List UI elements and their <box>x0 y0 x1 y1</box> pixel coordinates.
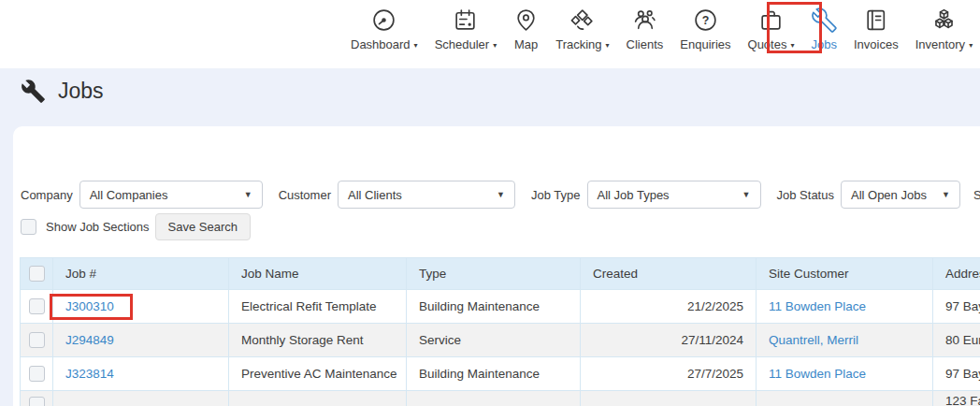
nav-item-scheduler[interactable]: Scheduler ▾ <box>426 7 506 51</box>
col-header-site-customer[interactable]: Site Customer <box>757 258 933 290</box>
address-cell: 97 Bayf <box>933 357 980 391</box>
site-customer-link[interactable]: 11 Bowden Place <box>769 367 866 381</box>
nav-item-icon-slot <box>758 7 784 34</box>
row-checkbox-cell <box>21 324 53 357</box>
filter-row: Company All Companies ▼ Customer All Cli… <box>21 181 980 209</box>
jobs-card: Company All Companies ▼ Customer All Cli… <box>13 126 980 406</box>
table-row: 123 Fake <box>21 391 980 406</box>
chevron-down-icon: ▾ <box>606 42 610 50</box>
inventory-cubes-icon <box>931 7 957 33</box>
nav-item-map[interactable]: Map <box>505 7 547 51</box>
site-customer-cell: 11 Bowden Place <box>757 290 933 324</box>
nav-item-icon-slot <box>812 7 837 34</box>
save-search-button[interactable]: Save Search <box>155 213 251 240</box>
nav-item-icon-slot <box>513 7 539 34</box>
created-cell: 27/11/2024 <box>581 324 757 357</box>
nav-item-tracking[interactable]: Tracking ▾ <box>547 7 617 51</box>
col-header-address[interactable]: Address <box>933 258 980 290</box>
nav-item-icon-slot <box>632 7 657 34</box>
dashboard-icon <box>371 7 396 33</box>
job-name-cell <box>229 391 407 406</box>
col-header-type[interactable]: Type <box>407 258 581 290</box>
customer-select[interactable]: All Clients ▼ <box>338 181 515 209</box>
jobs-wrench-title-icon <box>21 79 46 104</box>
nav-item-label: Tracking <box>555 37 601 51</box>
site-customer-cell <box>757 391 933 406</box>
col-header-job-number[interactable]: Job # <box>53 258 229 290</box>
job-number-cell: J294849 <box>53 324 229 357</box>
show-job-sections-checkbox[interactable] <box>21 219 36 235</box>
chevron-down-icon: ▾ <box>790 42 794 50</box>
clients-icon <box>632 7 657 33</box>
map-pin-icon <box>513 7 539 33</box>
site-customer-link[interactable]: Quantrell, Merril <box>769 333 858 347</box>
nav-item-invoices[interactable]: Invoices <box>845 7 907 51</box>
nav-item-quotes[interactable]: Quotes ▾ <box>740 7 803 51</box>
site-customer-cell: 11 Bowden Place <box>757 357 933 391</box>
nav-item-clients[interactable]: Clients <box>618 7 672 51</box>
row-checkbox[interactable] <box>29 397 45 406</box>
chevron-down-icon: ▾ <box>493 42 497 50</box>
secondary-status-filter-label: Seconda <box>973 188 980 202</box>
type-cell: Building Maintenance <box>407 290 581 324</box>
created-cell: 21/2/2025 <box>581 290 757 324</box>
select-all-checkbox[interactable] <box>29 266 45 282</box>
top-nav-bar: Dashboard ▾ Scheduler ▾ Map Tracking ▾ C… <box>0 0 980 68</box>
nav-item-icon-slot: ? <box>693 7 718 34</box>
jobs-wrench-icon <box>812 7 837 33</box>
nav-item-jobs[interactable]: Jobs <box>802 7 844 51</box>
scheduler-icon <box>453 7 478 33</box>
type-cell: Building Maintenance <box>407 357 581 391</box>
nav-item-icon-slot <box>453 7 478 34</box>
job-type-select[interactable]: All Job Types ▼ <box>587 181 761 209</box>
site-customer-cell: Quantrell, Merril <box>757 324 933 357</box>
table-row: J294849 Monthly Storage Rent Service 27/… <box>21 324 980 357</box>
customer-select-value: All Clients <box>348 188 402 202</box>
nav-item-inventory[interactable]: Inventory ▾ <box>907 7 980 51</box>
nav-item-label: Inventory <box>915 37 965 51</box>
show-job-sections-label: Show Job Sections <box>46 220 150 234</box>
jobs-table-wrap: Job # Job Name Type Created Site Custome… <box>20 257 980 406</box>
job-status-filter-label: Job Status <box>777 188 834 202</box>
job-number-link[interactable]: J323814 <box>65 367 114 381</box>
nav-item-enquiries[interactable]: ? Enquiries <box>671 7 739 51</box>
top-nav: Dashboard ▾ Scheduler ▾ Map Tracking ▾ C… <box>342 7 980 51</box>
type-cell: Service <box>407 324 581 357</box>
nav-item-icon-slot <box>569 7 595 34</box>
job-status-select[interactable]: All Open Jobs ▼ <box>841 181 960 209</box>
nav-item-icon-slot <box>863 7 888 34</box>
job-name-cell: Monthly Storage Rent <box>229 324 407 357</box>
table-row: J323814 Preventive AC Maintenance Buildi… <box>21 357 980 391</box>
row-checkbox-cell <box>21 290 53 324</box>
chevron-down-icon: ▼ <box>244 190 252 199</box>
site-customer-link[interactable]: 11 Bowden Place <box>769 299 866 313</box>
nav-item-icon-slot <box>931 7 957 34</box>
job-type-select-value: All Job Types <box>598 188 670 202</box>
job-number-link[interactable]: J300310 <box>65 299 114 313</box>
row-checkbox[interactable] <box>29 332 45 348</box>
row-checkbox[interactable] <box>29 366 45 382</box>
enquiries-icon: ? <box>693 7 718 33</box>
company-select[interactable]: All Companies ▼ <box>79 181 263 209</box>
job-name-cell: Preventive AC Maintenance <box>229 357 407 391</box>
chevron-down-icon: ▼ <box>742 190 751 199</box>
nav-item-label: Jobs <box>811 37 836 51</box>
nav-item-label: Invoices <box>854 37 899 51</box>
page-title-text: Jobs <box>58 79 104 104</box>
job-name-cell: Electrical Refit Template <box>229 290 407 324</box>
address-cell: 123 Fake <box>933 391 980 406</box>
select-all-header-cell <box>21 258 53 290</box>
job-number-link[interactable]: J294849 <box>65 333 114 347</box>
row-checkbox-cell <box>21 391 53 406</box>
nav-item-label: Quotes <box>748 37 787 51</box>
col-header-job-name[interactable]: Job Name <box>229 258 407 290</box>
address-cell: 97 Bayf <box>933 290 980 324</box>
created-cell <box>581 391 757 406</box>
nav-item-dashboard[interactable]: Dashboard ▾ <box>342 7 426 51</box>
chevron-down-icon: ▼ <box>942 190 950 199</box>
invoices-ledger-icon <box>863 7 888 33</box>
chevron-down-icon: ▼ <box>497 190 505 199</box>
row-checkbox[interactable] <box>29 298 45 314</box>
created-cell: 27/7/2025 <box>581 357 757 391</box>
col-header-created[interactable]: Created <box>581 258 757 290</box>
